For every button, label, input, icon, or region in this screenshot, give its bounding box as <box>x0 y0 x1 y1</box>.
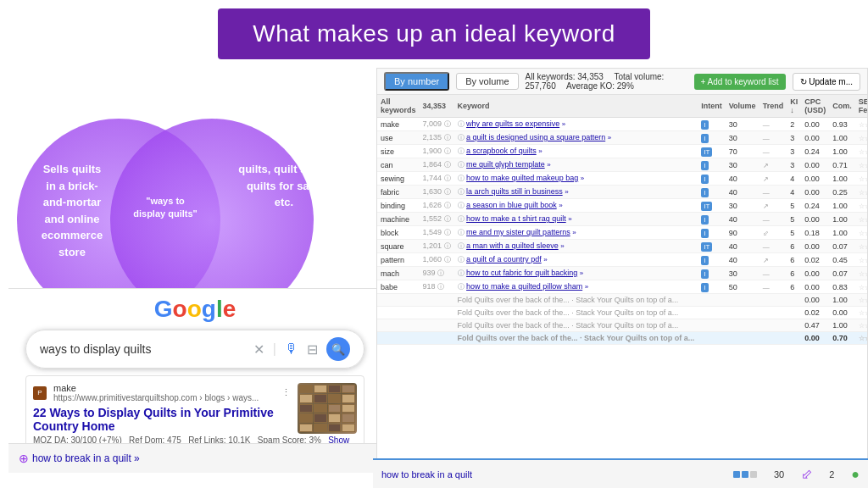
col-count[interactable]: 34,353 <box>420 95 454 118</box>
cell-cpc: 0.00 <box>801 186 829 199</box>
col-intent[interactable]: Intent <box>698 95 726 118</box>
cell-cpc: 0.00 <box>801 280 829 294</box>
tab-by-volume[interactable]: By volume <box>456 73 518 90</box>
cell-com: 1.00 <box>829 319 855 332</box>
col-com[interactable]: Com. <box>829 95 855 118</box>
cell-count: 918 ⓘ <box>420 280 454 294</box>
semrush-top-bar: By number By volume All keywords: 34,353… <box>377 69 867 95</box>
image-search-icon[interactable]: ⊟ <box>307 341 318 358</box>
cell-serp: ☆☆☆□□ +4 <box>855 145 867 158</box>
cell-volume: 30 <box>726 267 760 280</box>
cell-kw-text[interactable]: ⓘ how to make a quilted pillow sham » <box>454 280 698 294</box>
cell-kw-text[interactable]: ⓘ how to cut fabric for quilt backing » <box>454 267 698 280</box>
semrush-stats: All keywords: 34,353 Total volume: 257,7… <box>526 72 687 91</box>
cell-ki: 6 <box>787 280 801 294</box>
cell-com: 1.00 <box>829 131 855 145</box>
cell-count <box>420 307 454 319</box>
col-trend[interactable]: Trend <box>760 95 787 118</box>
bottom-info-bar: how to break in a quilt 30 ⬃ 2 ● <box>373 458 868 488</box>
mic-icon[interactable]: 🎙 <box>285 341 298 357</box>
cell-kw-text[interactable]: ⓘ a quilt of a country pdf » <box>454 253 698 267</box>
stat-avg-ko: Average KO: 29% <box>566 81 634 91</box>
search-icon-group: ✕ | 🎙 ⊟ 🔍 <box>253 337 350 361</box>
cell-volume: 50 <box>726 280 760 294</box>
suggestion-text[interactable]: how to break in a quilt » <box>32 452 140 464</box>
cell-ki: 6 <box>787 267 801 280</box>
table-row: pattern 1,060 ⓘ ⓘ a quilt of a country p… <box>377 253 867 267</box>
result-menu-icon[interactable]: ⋮ <box>281 387 291 398</box>
cell-keyword-group: square <box>377 240 420 253</box>
cell-count <box>420 332 454 345</box>
cell-cpc: 0.00 <box>801 213 829 226</box>
col-all-keywords[interactable]: All keywords <box>377 95 420 118</box>
col-volume[interactable]: Volume <box>726 95 760 118</box>
google-logo: Google <box>8 296 381 323</box>
page-title: What makes up an ideal keyword <box>243 20 625 47</box>
tab-by-number[interactable]: By number <box>384 72 449 91</box>
cell-ki: 4 <box>787 172 801 186</box>
col-ki[interactable]: KI ↓ <box>787 95 801 118</box>
venn-left-text: Sells quiltsin a brick-and-mortarand onl… <box>21 161 123 260</box>
cell-com: 0.93 <box>829 118 855 131</box>
venn-center-text: "ways todisplay quilts" <box>127 195 203 221</box>
cell-kw-text[interactable]: ⓘ a man with a quilted sleeve » <box>454 240 698 253</box>
cell-keyword-group: can <box>377 158 420 172</box>
bottom-trend: ⬃ <box>801 466 812 482</box>
bottom-ki: 2 <box>829 469 834 480</box>
cell-trend: — <box>760 280 787 294</box>
cell-trend: — <box>760 131 787 145</box>
cell-keyword-group: fabric <box>377 186 420 199</box>
table-row: make 7,009 ⓘ ⓘ why are quilts so expensi… <box>377 118 867 131</box>
cell-trend: ↗ <box>760 199 787 213</box>
cell-kw-text[interactable]: ⓘ me quilt glyph template » <box>454 158 698 172</box>
cell-com: 1.00 <box>829 172 855 186</box>
col-serp[interactable]: SERP Features <box>855 95 867 118</box>
cell-kw-text[interactable]: ⓘ how to make a t shirt rag quilt » <box>454 213 698 226</box>
intent-seg-1 <box>733 471 740 478</box>
cell-kw-text[interactable]: ⓘ how to make quilted makeup bag » <box>454 172 698 186</box>
cell-volume <box>726 332 760 345</box>
table-row: machine 1,552 ⓘ ⓘ how to make a t shirt … <box>377 213 867 226</box>
cell-intent: I <box>698 226 726 240</box>
cell-kw-text[interactable]: ⓘ a scrapbook of quilts » <box>454 145 698 158</box>
bottom-keyword: how to break in a quilt <box>381 469 716 480</box>
cell-count: 1,630 ⓘ <box>420 186 454 199</box>
cell-com: 1.00 <box>829 145 855 158</box>
cell-keyword-group: babe <box>377 280 420 294</box>
cell-kw-text[interactable]: ⓘ a quilt is designed using a square pat… <box>454 131 698 145</box>
cell-kw-text[interactable]: ⓘ la arch quilts still in business » <box>454 186 698 199</box>
cell-ki <box>787 294 801 307</box>
cell-trend: ↗ <box>760 158 787 172</box>
cell-count: 7,009 ⓘ <box>420 118 454 131</box>
cell-volume: 40 <box>726 213 760 226</box>
search-button[interactable]: 🔍 <box>326 337 350 361</box>
bottom-dot: ● <box>851 467 860 482</box>
cell-ki: 5 <box>787 213 801 226</box>
cell-serp: ☆☆☆□□ <box>855 253 867 267</box>
cell-count: 2,135 ⓘ <box>420 131 454 145</box>
cell-intent: I <box>698 172 726 186</box>
cell-kw-text[interactable]: ⓘ why are quilts so expensive » <box>454 118 698 131</box>
cell-serp: ☆☆☆□□ <box>855 131 867 145</box>
cell-kw-text[interactable]: ⓘ a season in blue quilt book » <box>454 199 698 213</box>
semrush-table-scroll[interactable]: All keywords 34,353 Keyword Intent Volum… <box>377 95 867 451</box>
cell-kw-text[interactable]: ⓘ me and my sister quilt patterns » <box>454 226 698 240</box>
update-button[interactable]: ↻ Update m... <box>793 73 860 91</box>
cell-cpc: 0.18 <box>801 226 829 240</box>
cell-cpc: 0.00 <box>801 172 829 186</box>
cell-serp: ☆☆☆□□ <box>855 226 867 240</box>
cell-count <box>420 294 454 307</box>
search-input[interactable] <box>40 342 253 356</box>
result-site-name: make <box>53 383 259 393</box>
cell-intent: I <box>698 158 726 172</box>
clear-icon[interactable]: ✕ <box>253 341 264 358</box>
cell-count: 939 ⓘ <box>420 267 454 280</box>
header-banner: What makes up an ideal keyword <box>218 8 650 59</box>
add-to-keyword-list-button[interactable]: + Add to keyword list <box>694 74 786 90</box>
venn-right-text: quilts, quilt shop,quilts for sale,etc. <box>233 161 335 211</box>
table-row-extra: Fold Quilts over the back of the... · St… <box>377 332 867 345</box>
cell-trend: — <box>760 186 787 199</box>
col-keyword[interactable]: Keyword <box>454 95 698 118</box>
cell-cpc: 0.02 <box>801 307 829 319</box>
col-cpc[interactable]: CPC (USD) <box>801 95 829 118</box>
